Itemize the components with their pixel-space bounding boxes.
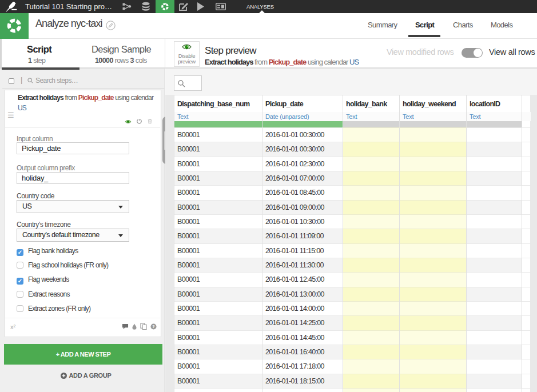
svg-text:?: ?: [152, 324, 155, 329]
